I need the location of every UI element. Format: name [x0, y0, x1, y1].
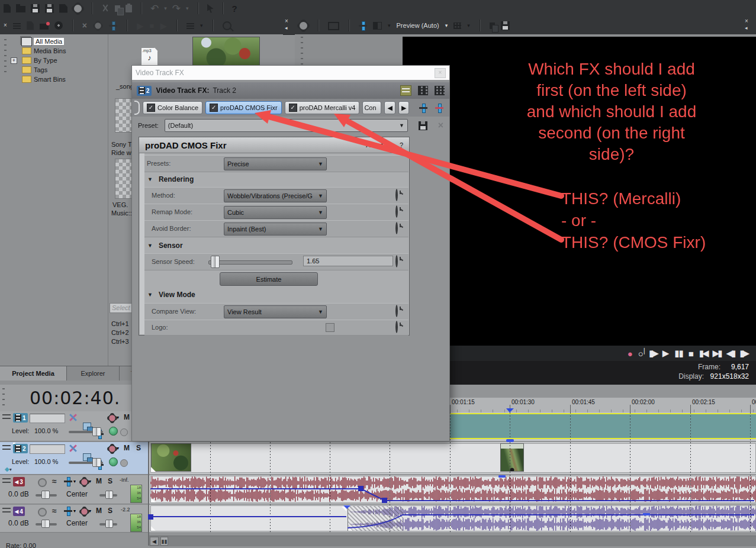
fx-grid-small-view-icon[interactable] [435, 86, 445, 95]
track2-badge[interactable]: 2 [13, 444, 28, 453]
save-snapshot-icon[interactable] [501, 21, 510, 30]
track1-mute-button[interactable]: M [124, 413, 130, 421]
track4-fade-in-region[interactable] [348, 506, 403, 531]
start-preview-icon[interactable]: ▶ [137, 21, 144, 30]
video-file-thumbnail[interactable] [192, 37, 260, 67]
avoid-border-dropdown[interactable]: Inpaint (Best)▼ [224, 223, 327, 236]
external-monitor-icon[interactable] [328, 22, 339, 30]
extract-audio-icon[interactable] [54, 21, 63, 30]
track-fx-icon[interactable] [64, 507, 72, 515]
track4-solo-button[interactable]: S [108, 507, 112, 515]
plugin-presets-dropdown[interactable]: Precise▼ [224, 157, 327, 170]
automation-dropdown-icon[interactable]: ▾ [117, 415, 119, 420]
sensor-speed-input[interactable]: 1.65 [303, 256, 393, 266]
animate-clock-icon[interactable] [395, 222, 398, 234]
normal-edit-tool-icon[interactable] [207, 4, 214, 13]
tab-explorer[interactable]: Explorer [67, 366, 120, 381]
animate-clock-icon[interactable] [395, 205, 398, 218]
make-compositing-child-icon[interactable] [120, 428, 128, 436]
fx-scroll-left-icon[interactable]: ◀ [384, 101, 395, 114]
preview-quality-dropdown[interactable]: Preview (Auto) [397, 22, 439, 29]
track2-event-thumbnail[interactable] [151, 443, 191, 472]
go-to-end-button[interactable]: ▶▮ [713, 348, 721, 359]
fx-enabled-checkbox[interactable]: ✓ [147, 104, 155, 112]
plugin-about-button[interactable]: About [366, 141, 383, 149]
video-fx-icon[interactable] [359, 21, 367, 30]
media-properties-icon[interactable] [94, 21, 102, 30]
preview-quality-arrow-icon[interactable]: ▾ [445, 23, 448, 28]
sensor-speed-slider[interactable] [208, 260, 292, 265]
auto-preview-icon[interactable]: ▶ [160, 21, 167, 30]
pane-grip[interactable] [4, 39, 7, 72]
track-minimize-handle[interactable] [2, 478, 11, 479]
undo-dropdown-icon[interactable]: ▾ [164, 6, 167, 11]
track1-badge[interactable]: 1 [13, 413, 28, 423]
track-minimize-handle[interactable] [2, 445, 11, 446]
plugin-help-button[interactable]: ? [400, 141, 403, 149]
media-fx-icon[interactable] [109, 21, 117, 30]
render-as-icon[interactable] [59, 4, 67, 13]
fx-cmos-fixr-button[interactable]: ✓proDAD CMOS Fixr [205, 101, 282, 114]
fx-scroll-right-icon[interactable]: ▶ [398, 101, 409, 114]
rendering-section-header[interactable]: ▼Rendering [147, 175, 194, 183]
split-screen-icon[interactable] [373, 22, 382, 30]
copy-snapshot-icon[interactable] [490, 22, 495, 29]
compositing-mode-icon[interactable] [109, 457, 118, 466]
automation-settings-icon[interactable] [108, 414, 117, 423]
play-from-start-button[interactable]: ▮▶ [649, 348, 657, 359]
animate-clock-icon[interactable] [395, 321, 398, 333]
track2-header[interactable]: 2 ▾ M S Level: 100.0 % ◆▾ [0, 442, 148, 475]
estimate-button[interactable]: Estimate [220, 272, 318, 286]
paste-icon[interactable] [126, 5, 132, 12]
views-icon[interactable] [186, 22, 194, 29]
save-project-icon[interactable] [31, 4, 40, 13]
bypass-motion-blur-icon[interactable] [69, 444, 77, 453]
redo-icon[interactable]: ↷ [172, 4, 181, 14]
stop-button[interactable]: ■ [689, 349, 694, 359]
fx-enabled-checkbox[interactable]: ✓ [289, 104, 297, 112]
remove-media-icon[interactable]: × [82, 21, 87, 30]
help-icon[interactable]: ? [232, 4, 237, 13]
save-as-icon[interactable] [45, 4, 54, 13]
copy-icon[interactable] [115, 5, 120, 12]
play-button[interactable]: ▶ [662, 348, 670, 359]
fx-clipped-button[interactable]: Con [362, 101, 381, 114]
dialog-close-icon[interactable]: × [435, 68, 446, 78]
preset-dropdown[interactable]: (Default)▼ [165, 119, 408, 132]
preview-properties-icon[interactable] [298, 21, 308, 31]
undo-icon[interactable]: ↶ [150, 4, 159, 14]
tree-item-tags[interactable]: Tags [8, 65, 107, 75]
collapse-media-pane-icon[interactable]: ◂ [285, 25, 288, 31]
track-minimize-handle[interactable] [2, 508, 11, 509]
track-motion-icon[interactable] [83, 453, 91, 461]
track3-solo-button[interactable]: S [108, 477, 112, 485]
sensor-speed-handle[interactable] [211, 256, 220, 268]
automation-dropdown-icon[interactable]: ▾ [117, 446, 119, 451]
track-eq-icon[interactable]: ≈ [52, 506, 57, 515]
collapse-preview-icon[interactable]: ◂ [745, 25, 748, 31]
track2-solo-button[interactable]: S [136, 444, 141, 452]
timeline-scrollbar[interactable]: ◀ ▮▮ [149, 536, 756, 546]
track-motion-icon[interactable] [83, 423, 91, 430]
import-media-icon[interactable] [27, 21, 34, 30]
track2-video-event[interactable] [150, 443, 756, 473]
fx-dropdown-icon[interactable]: ▾ [73, 479, 76, 484]
loop-playback-button[interactable]: ○❘ [638, 349, 644, 359]
cut-icon[interactable] [101, 4, 110, 13]
fx-dropdown-icon[interactable]: ▾ [73, 508, 76, 514]
track2-mute-button[interactable]: M [124, 444, 130, 452]
logo-checkbox[interactable] [326, 323, 334, 332]
next-frame-button[interactable]: ▮▶ [739, 348, 748, 359]
fx-enabled-checkbox[interactable]: ✓ [210, 104, 218, 112]
dialog-title-bar[interactable]: Video Track FX × [132, 66, 449, 80]
tree-item-media-bins[interactable]: Media Bins [8, 46, 107, 56]
method-dropdown[interactable]: Wobble/Vibrations (Precise/G▼ [224, 189, 327, 202]
track2-event-thumbnail[interactable] [500, 443, 524, 472]
views-dropdown-icon[interactable]: ▾ [200, 23, 203, 28]
stop-preview-icon[interactable]: ■ [150, 22, 155, 30]
delete-preset-icon[interactable]: × [438, 120, 443, 131]
fx-mercalli-button[interactable]: ✓proDAD Mercalli v4 [285, 101, 360, 114]
search-icon[interactable] [223, 21, 231, 30]
remove-all-media-icon[interactable] [13, 22, 21, 29]
track4-header[interactable]: ◀4 ≈ ▾ ▾ M S -2.2 0.0 dB Center 183654 [0, 505, 148, 533]
